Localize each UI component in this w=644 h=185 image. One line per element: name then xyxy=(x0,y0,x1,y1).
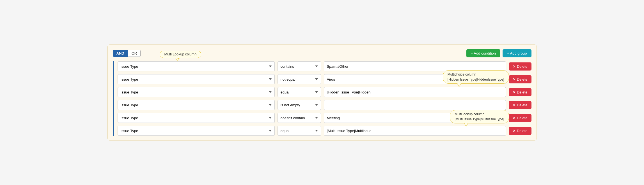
delete-button-2[interactable]: ✕ Delete xyxy=(509,75,531,83)
value-input-5[interactable] xyxy=(324,113,506,123)
operator-select-3[interactable]: equal contains not equal is not empty is… xyxy=(278,87,321,97)
value-input-6[interactable] xyxy=(324,126,506,136)
delete-button-3[interactable]: ✕ Delete xyxy=(509,88,531,96)
condition-row: Issue Type equal contains not equal is n… xyxy=(118,87,531,97)
delete-button-5[interactable]: ✕ Delete xyxy=(509,114,531,122)
delete-button-1[interactable]: ✕ Delete xyxy=(509,62,531,71)
top-bar: AND OR + Add condition + Add group xyxy=(113,49,531,57)
value-input-2[interactable] xyxy=(324,74,506,84)
value-input-1[interactable] xyxy=(324,61,506,71)
column-select-4[interactable]: Issue Type xyxy=(118,100,275,110)
operator-select-4[interactable]: is not empty contains not equal equal is… xyxy=(278,100,321,110)
condition-row: Issue Type is not empty contains not equ… xyxy=(118,100,531,110)
condition-row: Issue Type equal contains not equal is n… xyxy=(118,126,531,136)
action-buttons: + Add condition + Add group xyxy=(466,49,531,57)
column-select-3[interactable]: Issue Type xyxy=(118,87,275,97)
or-button[interactable]: OR xyxy=(128,50,141,57)
add-condition-button[interactable]: + Add condition xyxy=(466,49,500,57)
and-button[interactable]: AND xyxy=(113,50,128,57)
delete-button-4[interactable]: ✕ Delete xyxy=(509,101,531,109)
conditions-area: Multi Lookup column Issue Type contains … xyxy=(113,61,531,136)
logic-toggle-group: AND OR xyxy=(113,50,141,57)
condition-row: Issue Type doesn't contain contains not … xyxy=(118,113,531,123)
value-input-3[interactable] xyxy=(324,87,506,97)
value-input-4[interactable] xyxy=(324,100,506,110)
condition-row: Issue Type not equal contains equal is n… xyxy=(118,74,531,84)
operator-select-6[interactable]: equal contains not equal is not empty is… xyxy=(278,126,321,136)
operator-select-1[interactable]: contains not equal equal is not empty is… xyxy=(278,61,321,71)
add-group-button[interactable]: + Add group xyxy=(503,49,531,57)
delete-button-6[interactable]: ✕ Delete xyxy=(509,127,531,135)
filter-container: AND OR + Add condition + Add group Multi… xyxy=(107,45,537,140)
operator-select-2[interactable]: not equal contains equal is not empty is… xyxy=(278,74,321,84)
condition-row: Multi Lookup column Issue Type contains … xyxy=(118,61,531,71)
column-select-6[interactable]: Issue Type xyxy=(118,126,275,136)
operator-select-5[interactable]: doesn't contain contains not equal equal… xyxy=(278,113,321,123)
column-select-2[interactable]: Issue Type xyxy=(118,74,275,84)
column-select-1[interactable]: Issue Type xyxy=(118,61,275,71)
column-select-5[interactable]: Issue Type xyxy=(118,113,275,123)
